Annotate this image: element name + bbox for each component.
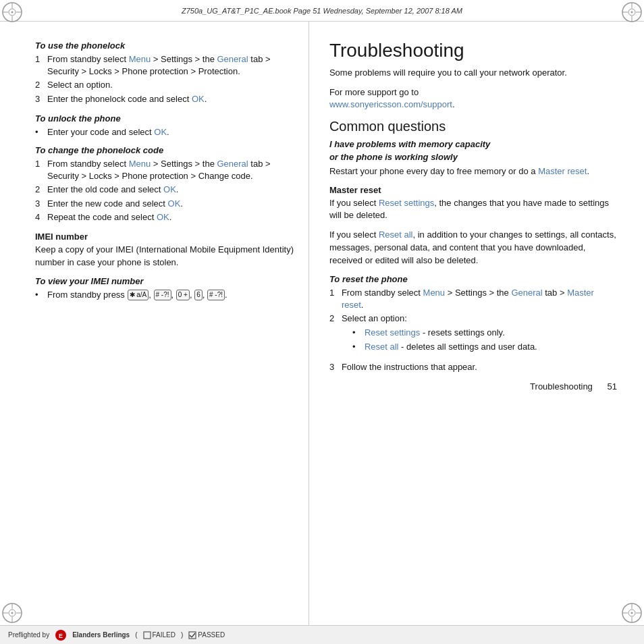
- imei-body: Keep a copy of your IMEI (International …: [35, 244, 295, 269]
- key-six: 6: [194, 290, 203, 300]
- link-ok: OK: [192, 94, 205, 104]
- corner-tr: [620, 0, 644, 24]
- page-number-area: Troubleshooting 51: [329, 381, 617, 392]
- right-column: Troubleshooting Some problems will requi…: [309, 22, 644, 625]
- header-bar: Z750a_UG_AT&T_P1C_AE.book Page 51 Wednes…: [0, 0, 644, 22]
- troubleshooting-heading: Troubleshooting: [329, 41, 617, 61]
- q1-answer: Restart your phone every day to free mem…: [329, 165, 617, 178]
- link-reset-all-opt: Reset all: [365, 342, 399, 352]
- section-change-code: To change the phonelock code 1 From stan…: [35, 145, 295, 223]
- corner-tl: [0, 0, 24, 24]
- option-text: Reset all - deletes all settings and use…: [365, 341, 537, 353]
- list-item: Enter your code and select OK.: [35, 126, 295, 138]
- failed-checkbox: FAILED: [143, 631, 176, 639]
- step-num: 3: [329, 361, 339, 373]
- step-num: 2: [35, 184, 45, 196]
- failed-label: FAILED: [153, 631, 176, 639]
- link-general: General: [217, 159, 248, 169]
- list-item: 1 From standby select Menu > Settings > …: [35, 53, 295, 78]
- svg-line-33: [192, 633, 195, 637]
- section-reset-phone: To reset the phone 1 From standby select…: [329, 274, 617, 373]
- left-column: To use the phonelock 1 From standby sele…: [0, 22, 309, 625]
- page-label: Troubleshooting: [530, 381, 593, 392]
- link-ok: OK: [157, 212, 169, 222]
- link-menu: Menu: [129, 54, 151, 64]
- list-item: From standby press ✱ a/A, # -?!, 0 +, 6,…: [35, 289, 295, 301]
- reset-phone-title: To reset the phone: [329, 274, 617, 284]
- unlock-phone-list: Enter your code and select OK.: [35, 126, 295, 138]
- list-item: Reset all - deletes all settings and use…: [352, 341, 537, 353]
- svg-line-32: [190, 635, 192, 637]
- link-reset-settings-opt: Reset settings: [365, 327, 420, 338]
- footer-separator1: (: [135, 631, 137, 639]
- change-code-list: 1 From standby select Menu > Settings > …: [35, 158, 295, 223]
- link-menu: Menu: [129, 159, 151, 169]
- svg-text:E: E: [59, 633, 63, 639]
- step-num: 3: [35, 93, 45, 105]
- key-hash2: # -?!: [207, 290, 225, 300]
- step-num: 2: [35, 79, 45, 91]
- step-num: 4: [35, 211, 45, 223]
- list-item: 2 Select an option.: [35, 79, 295, 91]
- intro-para1: Some problems will require you to call y…: [329, 67, 617, 80]
- passed-label: PASSED: [198, 631, 225, 639]
- main-content: To use the phonelock 1 From standby sele…: [0, 22, 644, 625]
- step-text: Enter the new code and select OK.: [47, 198, 183, 210]
- link-master-reset: Master reset: [342, 288, 594, 310]
- section-imei: IMEI number Keep a copy of your IMEI (In…: [35, 232, 295, 269]
- link-general: General: [511, 288, 542, 298]
- bullet-text: Enter your code and select OK.: [47, 126, 169, 138]
- step-num: 1: [329, 287, 339, 311]
- section-view-imei: To view your IMEI number From standby pr…: [35, 276, 295, 301]
- step-text: From standby select Menu > Settings > th…: [47, 53, 295, 78]
- bullet-text: From standby press ✱ a/A, # -?!, 0 +, 6,…: [47, 289, 227, 301]
- step-num: 2: [329, 313, 339, 360]
- view-imei-title: To view your IMEI number: [35, 276, 295, 286]
- step-text: From standby select Menu > Settings > th…: [342, 287, 617, 311]
- list-item: 2 Enter the old code and select OK.: [35, 184, 295, 196]
- support-link: www.sonyericsson.com/support: [329, 99, 452, 109]
- reset-phone-list: 1 From standby select Menu > Settings > …: [329, 287, 617, 373]
- footer-bar: Preflighted by E Elanders Berlings ( FAI…: [0, 625, 644, 644]
- header-text: Z750a_UG_AT&T_P1C_AE.book Page 51 Wednes…: [182, 7, 462, 15]
- step-text: Select an option: Reset settings - reset…: [342, 313, 537, 360]
- section-unlock-phone: To unlock the phone Enter your code and …: [35, 113, 295, 138]
- unlock-phone-title: To unlock the phone: [35, 113, 295, 124]
- failed-checkbox-icon: [143, 631, 151, 639]
- common-questions-heading: Common questions: [329, 118, 617, 134]
- step-num: 1: [35, 158, 45, 182]
- step-text: Repeat the code and select OK.: [47, 211, 171, 223]
- step-text: Enter the phonelock code and select OK.: [47, 93, 207, 105]
- list-item: 4 Repeat the code and select OK.: [35, 211, 295, 223]
- step-num: 3: [35, 198, 45, 210]
- use-phonelock-list: 1 From standby select Menu > Settings > …: [35, 53, 295, 105]
- list-item: 3 Follow the instructions that appear.: [329, 361, 617, 373]
- key-hash1: # -?!: [154, 290, 171, 300]
- list-item: Reset settings - resets settings only.: [352, 327, 537, 339]
- q1-section: I have problems with memory capacityor t…: [329, 138, 617, 178]
- svg-point-9: [631, 11, 633, 14]
- svg-point-2: [11, 11, 14, 14]
- link-ok: OK: [168, 198, 181, 209]
- change-code-title: To change the phonelock code: [35, 145, 295, 155]
- intro-para2: For more support go towww.sonyericsson.c…: [329, 86, 617, 112]
- elanders-logo-icon: E: [55, 629, 67, 641]
- key-star: ✱ a/A: [128, 290, 149, 300]
- passed-checkbox-icon: [188, 631, 196, 639]
- list-item: 2 Select an option: Reset settings - res…: [329, 313, 617, 360]
- step-text: Follow the instructions that appear.: [342, 361, 477, 373]
- link-reset-all: Reset all: [379, 230, 413, 240]
- imei-title: IMEI number: [35, 232, 295, 242]
- svg-rect-30: [144, 632, 151, 639]
- step-text: Enter the old code and select OK.: [47, 184, 178, 196]
- footer-separator2: ): [181, 631, 183, 639]
- list-item: 3 Enter the phonelock code and select OK…: [35, 93, 295, 105]
- option-text: Reset settings - resets settings only.: [365, 327, 505, 339]
- step-num: 1: [35, 53, 45, 78]
- list-item: 3 Enter the new code and select OK.: [35, 198, 295, 210]
- link-general: General: [217, 54, 248, 64]
- master-reset-section: Master reset If you select Reset setting…: [329, 185, 617, 267]
- master-reset-p2: If you select Reset all, in addition to …: [329, 229, 617, 267]
- step-text: From standby select Menu > Settings > th…: [47, 158, 295, 182]
- list-item: 1 From standby select Menu > Settings > …: [35, 158, 295, 182]
